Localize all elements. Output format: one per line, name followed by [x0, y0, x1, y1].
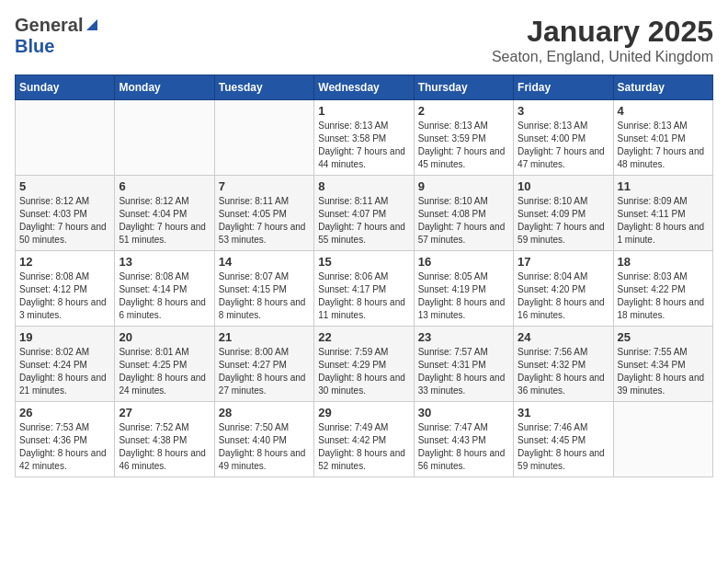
day-info: Sunrise: 8:13 AM Sunset: 4:01 PM Dayligh… [618, 120, 709, 171]
calendar-cell: 5Sunrise: 8:12 AM Sunset: 4:03 PM Daylig… [16, 176, 115, 251]
weekday-header-friday: Friday [514, 75, 613, 100]
day-number: 17 [518, 255, 609, 269]
calendar-cell [115, 100, 214, 176]
calendar-cell: 20Sunrise: 8:01 AM Sunset: 4:25 PM Dayli… [115, 327, 214, 402]
calendar-cell [613, 402, 712, 477]
calendar-cell [16, 100, 115, 176]
day-number: 2 [418, 104, 509, 118]
day-info: Sunrise: 8:05 AM Sunset: 4:19 PM Dayligh… [418, 270, 509, 322]
day-info: Sunrise: 8:00 AM Sunset: 4:27 PM Dayligh… [219, 346, 310, 397]
day-info: Sunrise: 8:12 AM Sunset: 4:03 PM Dayligh… [19, 195, 110, 247]
calendar-cell: 8Sunrise: 8:11 AM Sunset: 4:07 PM Daylig… [314, 176, 414, 251]
month-title: January 2025 [492, 15, 713, 49]
calendar-cell: 31Sunrise: 7:46 AM Sunset: 4:45 PM Dayli… [514, 402, 613, 477]
calendar-cell: 11Sunrise: 8:09 AM Sunset: 4:11 PM Dayli… [613, 176, 712, 251]
weekday-header-saturday: Saturday [613, 75, 712, 100]
day-number: 23 [418, 330, 509, 344]
calendar-cell: 12Sunrise: 8:08 AM Sunset: 4:12 PM Dayli… [16, 251, 115, 327]
page-header: General Blue January 2025 Seaton, Englan… [15, 15, 713, 65]
day-info: Sunrise: 8:03 AM Sunset: 4:22 PM Dayligh… [618, 270, 709, 322]
calendar-week-row: 5Sunrise: 8:12 AM Sunset: 4:03 PM Daylig… [16, 176, 713, 251]
day-number: 11 [618, 179, 709, 193]
day-number: 1 [318, 104, 409, 118]
calendar-cell: 22Sunrise: 7:59 AM Sunset: 4:29 PM Dayli… [314, 327, 414, 402]
weekday-header-thursday: Thursday [414, 75, 513, 100]
calendar-cell: 16Sunrise: 8:05 AM Sunset: 4:19 PM Dayli… [414, 251, 513, 327]
svg-marker-0 [86, 19, 97, 30]
calendar-cell: 4Sunrise: 8:13 AM Sunset: 4:01 PM Daylig… [613, 100, 712, 176]
location-text: Seaton, England, United Kingdom [492, 49, 713, 65]
day-info: Sunrise: 7:56 AM Sunset: 4:32 PM Dayligh… [518, 346, 609, 397]
day-number: 31 [518, 406, 609, 419]
day-info: Sunrise: 7:47 AM Sunset: 4:43 PM Dayligh… [418, 421, 509, 473]
day-info: Sunrise: 8:09 AM Sunset: 4:11 PM Dayligh… [618, 195, 709, 247]
day-number: 12 [19, 255, 110, 269]
day-number: 10 [518, 179, 609, 193]
day-number: 8 [318, 179, 409, 193]
calendar-cell: 28Sunrise: 7:50 AM Sunset: 4:40 PM Dayli… [214, 402, 313, 477]
day-number: 25 [618, 330, 709, 344]
calendar-cell: 15Sunrise: 8:06 AM Sunset: 4:17 PM Dayli… [314, 251, 414, 327]
day-number: 9 [418, 179, 509, 193]
calendar-cell: 3Sunrise: 8:13 AM Sunset: 4:00 PM Daylig… [514, 100, 613, 176]
day-number: 3 [518, 104, 609, 118]
day-number: 18 [618, 255, 709, 269]
logo: General Blue [15, 15, 99, 57]
day-number: 4 [618, 104, 709, 118]
calendar-week-row: 12Sunrise: 8:08 AM Sunset: 4:12 PM Dayli… [16, 251, 713, 327]
day-number: 29 [318, 406, 409, 419]
day-number: 21 [219, 330, 310, 344]
calendar-cell: 21Sunrise: 8:00 AM Sunset: 4:27 PM Dayli… [214, 327, 313, 402]
day-number: 28 [219, 406, 310, 419]
day-info: Sunrise: 8:07 AM Sunset: 4:15 PM Dayligh… [219, 270, 310, 322]
calendar-cell: 6Sunrise: 8:12 AM Sunset: 4:04 PM Daylig… [115, 176, 214, 251]
weekday-header-tuesday: Tuesday [214, 75, 313, 100]
day-number: 14 [219, 255, 310, 269]
logo-blue-text: Blue [15, 36, 54, 56]
day-info: Sunrise: 8:12 AM Sunset: 4:04 PM Dayligh… [119, 195, 210, 247]
calendar-cell [214, 100, 313, 176]
day-info: Sunrise: 8:13 AM Sunset: 3:59 PM Dayligh… [418, 120, 509, 171]
logo-triangle-icon [85, 17, 99, 36]
day-number: 30 [418, 406, 509, 419]
day-number: 13 [119, 255, 210, 269]
day-info: Sunrise: 8:01 AM Sunset: 4:25 PM Dayligh… [119, 346, 210, 397]
calendar-cell: 14Sunrise: 8:07 AM Sunset: 4:15 PM Dayli… [214, 251, 313, 327]
calendar-cell: 18Sunrise: 8:03 AM Sunset: 4:22 PM Dayli… [613, 251, 712, 327]
calendar-table: SundayMondayTuesdayWednesdayThursdayFrid… [15, 75, 713, 477]
calendar-cell: 7Sunrise: 8:11 AM Sunset: 4:05 PM Daylig… [214, 176, 313, 251]
day-number: 16 [418, 255, 509, 269]
calendar-cell: 23Sunrise: 7:57 AM Sunset: 4:31 PM Dayli… [414, 327, 513, 402]
day-number: 20 [119, 330, 210, 344]
day-info: Sunrise: 8:10 AM Sunset: 4:09 PM Dayligh… [518, 195, 609, 247]
calendar-cell: 25Sunrise: 7:55 AM Sunset: 4:34 PM Dayli… [613, 327, 712, 402]
day-info: Sunrise: 7:50 AM Sunset: 4:40 PM Dayligh… [219, 421, 310, 473]
calendar-cell: 27Sunrise: 7:52 AM Sunset: 4:38 PM Dayli… [115, 402, 214, 477]
calendar-cell: 29Sunrise: 7:49 AM Sunset: 4:42 PM Dayli… [314, 402, 414, 477]
day-info: Sunrise: 7:53 AM Sunset: 4:36 PM Dayligh… [19, 421, 110, 473]
day-number: 6 [119, 179, 210, 193]
day-number: 15 [318, 255, 409, 269]
logo-general-text: General [15, 15, 83, 36]
calendar-cell: 2Sunrise: 8:13 AM Sunset: 3:59 PM Daylig… [414, 100, 513, 176]
day-info: Sunrise: 8:08 AM Sunset: 4:14 PM Dayligh… [119, 270, 210, 322]
calendar-cell: 24Sunrise: 7:56 AM Sunset: 4:32 PM Dayli… [514, 327, 613, 402]
day-info: Sunrise: 7:46 AM Sunset: 4:45 PM Dayligh… [518, 421, 609, 473]
day-info: Sunrise: 8:11 AM Sunset: 4:07 PM Dayligh… [318, 195, 409, 247]
calendar-cell: 9Sunrise: 8:10 AM Sunset: 4:08 PM Daylig… [414, 176, 513, 251]
day-info: Sunrise: 8:13 AM Sunset: 3:58 PM Dayligh… [318, 120, 409, 171]
day-info: Sunrise: 8:02 AM Sunset: 4:24 PM Dayligh… [19, 346, 110, 397]
day-info: Sunrise: 7:52 AM Sunset: 4:38 PM Dayligh… [119, 421, 210, 473]
weekday-header-monday: Monday [115, 75, 214, 100]
calendar-cell: 13Sunrise: 8:08 AM Sunset: 4:14 PM Dayli… [115, 251, 214, 327]
day-info: Sunrise: 7:57 AM Sunset: 4:31 PM Dayligh… [418, 346, 509, 397]
day-info: Sunrise: 8:06 AM Sunset: 4:17 PM Dayligh… [318, 270, 409, 322]
day-number: 27 [119, 406, 210, 419]
title-area: January 2025 Seaton, England, United Kin… [492, 15, 713, 65]
day-info: Sunrise: 7:59 AM Sunset: 4:29 PM Dayligh… [318, 346, 409, 397]
day-number: 26 [19, 406, 110, 419]
calendar-week-row: 26Sunrise: 7:53 AM Sunset: 4:36 PM Dayli… [16, 402, 713, 477]
day-info: Sunrise: 7:49 AM Sunset: 4:42 PM Dayligh… [318, 421, 409, 473]
day-info: Sunrise: 8:13 AM Sunset: 4:00 PM Dayligh… [518, 120, 609, 171]
day-info: Sunrise: 7:55 AM Sunset: 4:34 PM Dayligh… [618, 346, 709, 397]
